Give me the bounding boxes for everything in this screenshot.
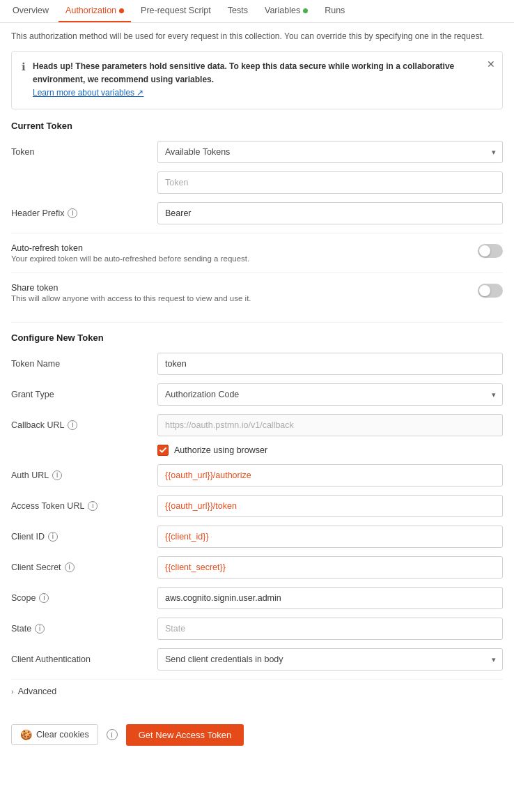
token-field-row: Token Available Tokens ▾ <box>11 141 503 163</box>
scope-info-icon[interactable]: i <box>39 593 49 603</box>
client-secret-info-icon[interactable]: i <box>65 562 75 572</box>
share-token-toggle[interactable] <box>478 284 503 298</box>
share-token-label: Share token <box>11 283 478 293</box>
header-prefix-row: Header Prefix i <box>11 202 503 224</box>
grant-type-label: Grant Type <box>11 390 150 399</box>
available-tokens-select[interactable]: Available Tokens <box>157 141 503 163</box>
auth-url-info-icon[interactable]: i <box>52 470 62 480</box>
tab-runs[interactable]: Runs <box>318 0 352 22</box>
client-id-label: Client ID i <box>11 532 150 542</box>
access-token-url-input[interactable] <box>157 495 503 517</box>
client-auth-select[interactable]: Send client credentials in body <box>157 648 503 671</box>
state-info-icon[interactable]: i <box>35 624 45 634</box>
learn-more-link[interactable]: Learn more about variables ↗ <box>33 88 143 98</box>
clear-cookies-button[interactable]: 🍪 Clear cookies <box>11 724 98 745</box>
client-secret-input[interactable] <box>157 556 503 579</box>
grant-type-row: Grant Type Authorization Code ▾ <box>11 383 503 406</box>
header-prefix-label: Header Prefix i <box>11 208 150 218</box>
token-name-row: Token Name <box>11 353 503 375</box>
get-new-access-token-button[interactable]: Get New Access Token <box>126 724 244 746</box>
advanced-toggle[interactable]: › Advanced <box>11 687 503 696</box>
client-auth-label: Client Authentication <box>11 654 150 664</box>
authorize-browser-label: Authorize using browser <box>174 445 267 455</box>
callback-url-row: Callback URL i <box>11 414 503 436</box>
cookie-icon: 🍪 <box>20 729 32 740</box>
share-token-desc: This will allow anyone with access to th… <box>11 294 478 302</box>
state-row: State i <box>11 618 503 640</box>
auto-refresh-toggle[interactable] <box>478 244 503 258</box>
client-secret-row: Client Secret i <box>11 556 503 579</box>
authorize-browser-checkbox[interactable] <box>157 445 169 456</box>
state-label: State i <box>11 624 150 634</box>
state-input[interactable] <box>157 618 503 640</box>
client-auth-row: Client Authentication Send client creden… <box>11 648 503 671</box>
tab-authorization[interactable]: Authorization <box>59 0 131 22</box>
token-input-row <box>11 171 503 194</box>
client-id-input[interactable] <box>157 526 503 548</box>
tab-bar: Overview Authorization Pre-request Scrip… <box>0 0 514 23</box>
auto-refresh-label: Auto-refresh token <box>11 243 478 253</box>
scope-input[interactable] <box>157 587 503 609</box>
bottom-actions: 🍪 Clear cookies i Get New Access Token <box>11 714 503 753</box>
callback-url-input[interactable] <box>157 414 503 436</box>
callback-url-label: Callback URL i <box>11 420 150 430</box>
auto-refresh-row: Auto-refresh token Your expired token wi… <box>11 243 503 273</box>
scope-row: Scope i <box>11 587 503 609</box>
auth-url-input[interactable] <box>157 464 503 487</box>
callback-url-info-icon[interactable]: i <box>68 420 77 430</box>
clear-cookies-info-icon[interactable]: i <box>107 729 118 740</box>
access-token-url-label: Access Token URL i <box>11 501 150 511</box>
alert-icon: ℹ <box>22 61 26 73</box>
client-secret-label: Client Secret i <box>11 562 150 572</box>
share-token-row: Share token This will allow anyone with … <box>11 283 503 312</box>
grant-type-wrapper: Authorization Code ▾ <box>157 383 503 406</box>
client-id-info-icon[interactable]: i <box>48 532 58 542</box>
configure-token-title: Configure New Token <box>11 332 503 343</box>
variables-dot <box>303 8 308 13</box>
authorization-dot <box>119 8 124 13</box>
client-id-row: Client ID i <box>11 526 503 548</box>
access-token-url-info-icon[interactable]: i <box>88 501 98 511</box>
tab-pre-request-script[interactable]: Pre-request Script <box>134 0 218 22</box>
current-token-title: Current Token <box>11 121 503 131</box>
header-prefix-input[interactable] <box>157 202 503 224</box>
auth-url-label: Auth URL i <box>11 470 150 480</box>
advanced-section: › Advanced <box>11 679 503 703</box>
client-auth-wrapper: Send client credentials in body ▾ <box>157 648 503 671</box>
auth-url-row: Auth URL i <box>11 464 503 487</box>
close-alert-button[interactable]: ✕ <box>487 59 495 70</box>
authorize-browser-row: Authorize using browser <box>157 445 503 456</box>
token-input[interactable] <box>157 171 503 194</box>
scope-label: Scope i <box>11 593 150 603</box>
available-tokens-wrapper: Available Tokens ▾ <box>157 141 503 163</box>
tab-variables[interactable]: Variables <box>258 0 315 22</box>
tab-tests[interactable]: Tests <box>221 0 255 22</box>
header-prefix-info-icon[interactable]: i <box>68 208 77 218</box>
alert-box: ℹ Heads up! These parameters hold sensit… <box>11 51 503 109</box>
tab-overview[interactable]: Overview <box>6 0 56 22</box>
token-label: Token <box>11 147 150 157</box>
alert-text: Heads up! These parameters hold sensitiv… <box>33 60 492 100</box>
info-description: This authorization method will be used f… <box>11 30 503 43</box>
advanced-chevron-icon: › <box>11 687 14 696</box>
auto-refresh-desc: Your expired token will be auto-refreshe… <box>11 254 478 263</box>
grant-type-select[interactable]: Authorization Code <box>157 383 503 406</box>
token-name-label: Token Name <box>11 359 150 369</box>
token-name-input[interactable] <box>157 353 503 375</box>
access-token-url-row: Access Token URL i <box>11 495 503 517</box>
